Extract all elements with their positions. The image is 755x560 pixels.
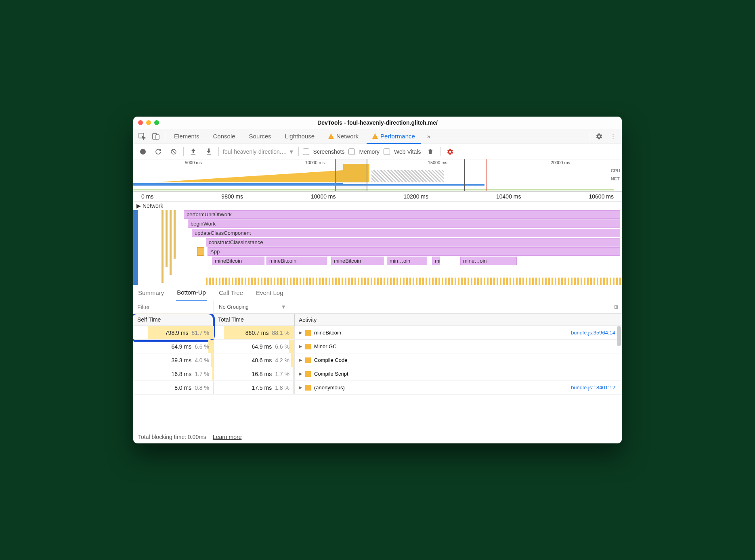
webvitals-label: Web Vitals <box>394 148 421 155</box>
table-row[interactable]: 64.9 ms6.6 % 64.9 ms6.6 % ▶Minor GC <box>133 340 622 353</box>
bottomup-table: Self Time Total Time Activity 798.9 ms81… <box>133 314 622 430</box>
scrollbar[interactable] <box>617 326 621 346</box>
settings-icon[interactable] <box>594 131 605 142</box>
column-self-time[interactable]: Self Time <box>133 314 214 326</box>
subtab-bottomup[interactable]: Bottom-Up <box>176 285 207 301</box>
warning-icon <box>328 134 334 139</box>
table-row[interactable]: 39.3 ms4.0 % 40.6 ms4.2 % ▶Compile Code <box>133 353 622 367</box>
chevron-right-icon[interactable]: ▶ <box>299 357 302 363</box>
grouping-selector[interactable]: No Grouping▼ <box>214 301 291 313</box>
flame-frame[interactable]: mineBitcoin <box>331 257 384 265</box>
trash-icon[interactable] <box>425 146 436 157</box>
flame-frame[interactable]: mineBitcoin <box>432 257 440 265</box>
category-swatch <box>305 330 311 336</box>
warning-icon <box>372 133 378 139</box>
inspect-icon[interactable] <box>136 131 148 142</box>
overview-tick: 5000 ms <box>185 160 202 165</box>
flame-frame[interactable]: updateClassComponent <box>192 229 620 237</box>
flame-frame[interactable]: mineBitcoin <box>266 257 327 265</box>
category-swatch <box>305 344 311 349</box>
activity-name: Compile Script <box>314 371 348 377</box>
flame-frame[interactable]: mineBitcoin <box>212 257 264 265</box>
capture-settings-icon[interactable] <box>445 146 456 157</box>
flame-frame[interactable]: performUnitOfWork <box>184 210 620 219</box>
clear-button[interactable] <box>168 146 179 157</box>
cpu-label: CPU <box>611 168 620 173</box>
column-total-time[interactable]: Total Time <box>214 314 295 326</box>
devtools-window: DevTools - foul-heavenly-direction.glitc… <box>133 117 622 443</box>
chevron-right-icon: ▶ <box>136 203 141 209</box>
device-mode-icon[interactable] <box>150 131 161 142</box>
tab-lighthouse[interactable]: Lighthouse <box>279 129 320 144</box>
category-swatch <box>305 357 311 363</box>
webvitals-checkbox[interactable] <box>384 148 390 155</box>
recording-selector[interactable]: foul-heavenly-direction.… ▼ <box>223 148 294 155</box>
subtab-eventlog[interactable]: Event Log <box>255 285 284 300</box>
main-tabs: Elements Console Sources Lighthouse Netw… <box>133 129 622 144</box>
table-row[interactable]: 16.8 ms1.7 % 16.8 ms1.7 % ▶Compile Scrip… <box>133 367 622 381</box>
activity-name: Minor GC <box>314 343 337 349</box>
column-activity[interactable]: Activity <box>295 314 622 326</box>
screenshots-checkbox[interactable] <box>303 148 309 155</box>
more-tabs-icon[interactable]: » <box>423 131 434 142</box>
network-track-header[interactable]: ▶ Network <box>133 202 622 210</box>
tab-sources[interactable]: Sources <box>243 129 277 144</box>
overview-panel[interactable]: 5000 ms 10000 ms 15000 ms 20000 ms CPU N… <box>133 159 622 192</box>
category-swatch <box>305 371 311 377</box>
activity-name: Compile Code <box>314 357 347 363</box>
table-row[interactable]: 798.9 ms81.7 % 860.7 ms88.1 % ▶mineBitco… <box>133 326 622 340</box>
blocking-time-text: Total blocking time: 0.00ms <box>138 434 206 440</box>
screenshots-label: Screenshots <box>313 148 345 155</box>
flame-chart[interactable]: performUnitOfWork beginWork updateClassC… <box>133 210 622 285</box>
flame-frame[interactable] <box>197 247 204 256</box>
memory-checkbox[interactable] <box>348 148 355 155</box>
tab-network[interactable]: Network <box>323 129 364 144</box>
memory-label: Memory <box>359 148 380 155</box>
filter-input[interactable] <box>133 301 214 313</box>
chevron-right-icon[interactable]: ▶ <box>299 385 302 390</box>
flame-frame[interactable]: mine…oin <box>460 257 517 265</box>
collapse-panel-icon[interactable] <box>610 301 622 313</box>
tab-console[interactable]: Console <box>208 129 241 144</box>
overview-tick: 15000 ms <box>428 160 447 165</box>
chevron-right-icon[interactable]: ▶ <box>299 371 302 376</box>
titlebar: DevTools - foul-heavenly-direction.glitc… <box>133 117 622 129</box>
kebab-menu-icon[interactable]: ⋮ <box>607 131 619 142</box>
subtab-calltree[interactable]: Call Tree <box>218 285 244 300</box>
svg-rect-2 <box>156 135 159 139</box>
learn-more-link[interactable]: Learn more <box>213 434 242 440</box>
activity-name: mineBitcoin <box>314 330 341 336</box>
timeline-ruler: 0 ms 9800 ms 10000 ms 10200 ms 10400 ms … <box>133 192 622 202</box>
svg-rect-4 <box>614 305 618 308</box>
reload-record-button[interactable] <box>153 146 164 157</box>
flame-frame[interactable]: beginWork <box>188 219 620 228</box>
status-bar: Total blocking time: 0.00ms Learn more <box>133 430 622 443</box>
overview-tick: 20000 ms <box>551 160 570 165</box>
performance-toolbar: foul-heavenly-direction.… ▼ Screenshots … <box>133 144 622 159</box>
activity-name: (anonymous) <box>314 384 345 391</box>
detail-tabs: Summary Bottom-Up Call Tree Event Log <box>133 285 622 300</box>
chevron-right-icon[interactable]: ▶ <box>299 330 302 335</box>
flame-frame[interactable]: constructClassInstance <box>206 238 620 247</box>
tab-elements[interactable]: Elements <box>168 129 205 144</box>
upload-button[interactable] <box>188 146 199 157</box>
overview-tick: 10000 ms <box>305 160 325 165</box>
flame-frame[interactable]: App <box>208 247 620 256</box>
source-link[interactable]: bundle.js:18401:12 <box>571 384 615 391</box>
table-row[interactable]: 8.0 ms0.8 % 17.5 ms1.8 % ▶(anonymous) bu… <box>133 381 622 395</box>
download-button[interactable] <box>203 146 214 157</box>
filter-bar: No Grouping▼ <box>133 300 622 314</box>
net-label: NET <box>611 176 620 181</box>
record-button[interactable] <box>137 146 149 157</box>
chevron-right-icon[interactable]: ▶ <box>299 344 302 349</box>
flame-frame[interactable]: min…oin <box>387 257 427 265</box>
window-title: DevTools - foul-heavenly-direction.glitc… <box>133 119 622 126</box>
tab-performance[interactable]: Performance <box>367 129 421 144</box>
source-link[interactable]: bundle.js:35964:14 <box>571 330 615 336</box>
subtab-summary[interactable]: Summary <box>137 285 165 300</box>
category-swatch <box>305 385 311 391</box>
